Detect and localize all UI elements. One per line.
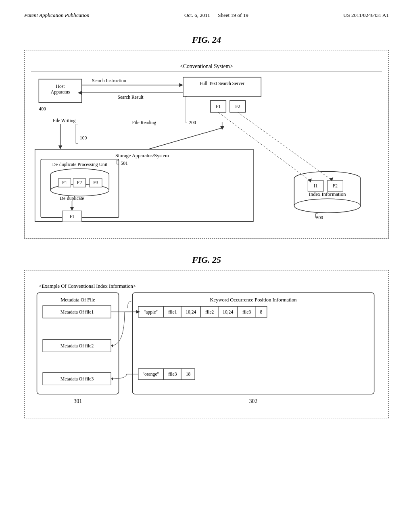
- svg-text:file3: file3: [168, 372, 177, 377]
- svg-text:Apparatus: Apparatus: [51, 89, 70, 95]
- header-patent-number: US 2011/0246431 A1: [343, 12, 389, 19]
- fig25-title: FIG. 25: [24, 255, 389, 265]
- svg-text:300: 300: [316, 216, 323, 221]
- svg-text:F1: F1: [216, 104, 221, 109]
- svg-text:10,24: 10,24: [186, 310, 196, 315]
- fig25-svg: <Example Of Conventional Index Informati…: [31, 277, 382, 410]
- svg-rect-12: [183, 77, 261, 97]
- svg-text:Search Instruction: Search Instruction: [92, 78, 126, 83]
- svg-text:F3: F3: [93, 181, 98, 186]
- header-publication: Patent Application Publication: [24, 12, 90, 19]
- svg-text:I1: I1: [314, 183, 318, 189]
- svg-text:200: 200: [189, 120, 196, 125]
- fig25-diagram: <Example Of Conventional Index Informati…: [24, 270, 389, 418]
- svg-text:18: 18: [186, 372, 191, 377]
- svg-text:File Reading: File Reading: [132, 120, 156, 125]
- svg-text:De-duplicate Processing Unit: De-duplicate Processing Unit: [52, 162, 108, 167]
- svg-text:Full-Text Search Server: Full-Text Search Server: [200, 81, 244, 86]
- svg-text:Host: Host: [56, 84, 65, 89]
- page: Patent Application Publication Oct. 6, 2…: [0, 0, 413, 532]
- svg-text:100: 100: [80, 135, 87, 141]
- svg-text:501: 501: [121, 161, 128, 166]
- header-sheet: Sheet 19 of 19: [218, 12, 248, 18]
- svg-text:Metadata Of file2: Metadata Of file2: [60, 343, 94, 349]
- svg-point-51: [294, 199, 361, 213]
- svg-marker-7: [179, 83, 183, 87]
- svg-text:F1: F1: [62, 181, 67, 186]
- svg-text:De-duplicate: De-duplicate: [60, 196, 84, 201]
- fig24-diagram: <Conventional System> Host Apparatus 400…: [24, 50, 389, 239]
- svg-text:Metadata Of file3: Metadata Of file3: [60, 376, 94, 382]
- svg-text:Search Result: Search Result: [117, 95, 144, 100]
- header-date: Oct. 6, 2011: [184, 12, 210, 18]
- svg-text:F1: F1: [69, 214, 74, 219]
- svg-text:"apple": "apple": [144, 310, 158, 315]
- svg-text:File Writing: File Writing: [53, 118, 76, 123]
- fig24-svg: <Conventional System> Host Apparatus 400…: [31, 57, 382, 230]
- svg-text:8: 8: [260, 310, 262, 315]
- svg-text:F2: F2: [333, 183, 338, 189]
- svg-text:F2: F2: [77, 181, 82, 186]
- svg-text:file1: file1: [168, 310, 177, 315]
- svg-text:"orange": "orange": [142, 372, 159, 377]
- svg-text:400: 400: [39, 106, 46, 112]
- svg-text:Storage Apparatus/System: Storage Apparatus/System: [115, 153, 169, 158]
- page-header: Patent Application Publication Oct. 6, 2…: [24, 12, 389, 19]
- svg-text:file3: file3: [242, 310, 251, 315]
- svg-line-62: [148, 128, 222, 149]
- svg-text:file2: file2: [205, 310, 214, 315]
- fig24-title: FIG. 24: [24, 35, 389, 45]
- svg-text:<Conventional System>: <Conventional System>: [180, 63, 233, 69]
- svg-text:Metadata Of File: Metadata Of File: [60, 297, 95, 303]
- svg-text:301: 301: [74, 398, 82, 404]
- svg-text:F2: F2: [235, 104, 240, 109]
- svg-text:<Example Of Conventional Index: <Example Of Conventional Index Informati…: [39, 283, 136, 289]
- svg-marker-21: [58, 145, 63, 150]
- svg-text:Keyword Occurrence Position In: Keyword Occurrence Position Information: [210, 297, 297, 303]
- svg-text:10,24: 10,24: [223, 310, 233, 315]
- svg-text:302: 302: [249, 398, 258, 404]
- header-date-sheet: Oct. 6, 2011 Sheet 19 of 19: [184, 12, 248, 19]
- svg-text:Index Information: Index Information: [309, 192, 346, 197]
- svg-text:Metadata Of file1: Metadata Of file1: [60, 310, 94, 315]
